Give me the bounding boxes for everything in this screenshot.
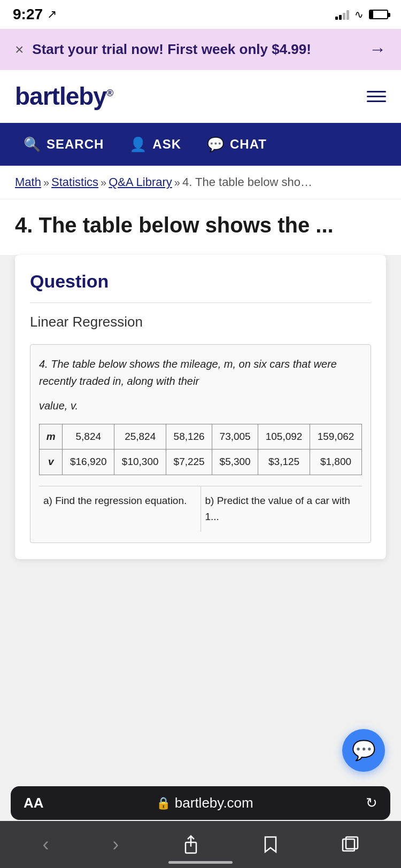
table-cell-m-header: m <box>40 424 63 449</box>
status-time: 9:27 <box>13 6 43 23</box>
nav-chat-button[interactable]: 💬 CHAT <box>194 123 280 166</box>
nav-arrow-icon: ↗ <box>47 7 57 21</box>
site-header: bartleby® <box>0 70 401 123</box>
forward-icon: › <box>112 833 119 856</box>
bookmarks-button[interactable] <box>263 835 278 854</box>
status-icons: ∿ <box>335 8 388 21</box>
wifi-icon: ∿ <box>354 8 364 21</box>
table-cell-m-6: 159,062 <box>310 424 362 449</box>
promo-banner[interactable]: × Start your trial now! First week only … <box>0 29 401 70</box>
question-parts: a) Find the regression equation. b) Pred… <box>39 486 362 532</box>
bookmarks-icon <box>263 835 278 854</box>
question-card: Question Linear Regression 4. The table … <box>15 255 386 559</box>
table-cell-m-1: 5,824 <box>63 424 114 449</box>
lock-icon: 🔒 <box>156 796 171 810</box>
hamburger-line <box>367 91 386 92</box>
logo-text: bartleby <box>15 82 106 110</box>
reload-button[interactable]: ↻ <box>366 795 377 811</box>
logo-sup: ® <box>106 88 113 98</box>
forward-button[interactable]: › <box>112 833 119 856</box>
breadcrumb-qa-library[interactable]: Q&A Library <box>109 175 172 189</box>
breadcrumb-sep-3: » <box>174 176 180 189</box>
browser-address-bar[interactable]: AA 🔒 bartleby.com ↻ <box>11 786 390 820</box>
promo-text: Start your trial now! First week only $4… <box>32 40 369 59</box>
tabs-icon <box>342 836 359 853</box>
hamburger-line <box>367 100 386 102</box>
back-button[interactable]: ‹ <box>42 833 49 856</box>
main-content: Math » Statistics » Q&A Library » 4. The… <box>0 166 401 682</box>
table-cell-v-3: $7,225 <box>166 449 212 475</box>
tabs-button[interactable] <box>342 836 359 853</box>
share-button[interactable] <box>182 835 199 854</box>
promo-close-button[interactable]: × <box>15 41 24 58</box>
hamburger-line <box>367 96 386 97</box>
chat-icon: 💬 <box>207 136 225 153</box>
promo-arrow-icon[interactable]: → <box>369 40 386 59</box>
share-icon <box>182 835 199 854</box>
table-cell-m-5: 105,092 <box>258 424 310 449</box>
site-logo[interactable]: bartleby® <box>15 82 113 111</box>
table-cell-m-2: 25,824 <box>114 424 166 449</box>
back-icon: ‹ <box>42 833 49 856</box>
breadcrumb-sep-1: » <box>43 176 49 189</box>
battery-icon <box>369 10 388 19</box>
question-label: Question <box>30 271 371 303</box>
question-part-a: a) Find the regression equation. <box>39 486 201 532</box>
table-cell-m-4: 73,005 <box>212 424 258 449</box>
nav-search-button[interactable]: 🔍 SEARCH <box>11 123 117 166</box>
chat-fab-icon: 💬 <box>352 739 376 762</box>
signal-icon <box>335 9 349 20</box>
status-bar: 9:27 ↗ ∿ <box>0 0 401 29</box>
question-header-text: 4. The table below shows the mileage, m,… <box>39 355 362 390</box>
breadcrumb: Math » Statistics » Q&A Library » 4. The… <box>0 166 401 199</box>
breadcrumb-current: 4. The table below sho… <box>182 175 312 189</box>
question-part-b: b) Predict the value of a car with 1... <box>201 486 363 532</box>
person-icon: 👤 <box>129 136 147 153</box>
table-cell-m-3: 58,126 <box>166 424 212 449</box>
home-indicator <box>168 861 233 864</box>
breadcrumb-sep-2: » <box>101 176 106 189</box>
breadcrumb-statistics[interactable]: Statistics <box>51 175 98 189</box>
font-size-button[interactable]: AA <box>24 795 44 811</box>
data-table: m 5,824 25,824 58,126 73,005 105,092 159… <box>39 424 362 475</box>
page-title-section: 4. The table below shows the ... <box>0 199 401 255</box>
chat-fab-button[interactable]: 💬 <box>342 729 385 772</box>
table-cell-v-header: v <box>40 449 63 475</box>
question-image: 4. The table below shows the mileage, m,… <box>30 344 371 543</box>
table-row: v $16,920 $10,300 $7,225 $5,300 $3,125 $… <box>40 449 362 475</box>
nav-chat-label: CHAT <box>230 137 267 152</box>
question-subtitle: Linear Regression <box>30 314 371 330</box>
nav-ask-button[interactable]: 👤 ASK <box>117 123 194 166</box>
question-value-label: value, v. <box>39 397 362 414</box>
table-cell-v-1: $16,920 <box>63 449 114 475</box>
nav-ask-label: ASK <box>152 137 181 152</box>
page-title: 4. The table below shows the ... <box>15 211 386 239</box>
table-cell-v-5: $3,125 <box>258 449 310 475</box>
nav-bar: 🔍 SEARCH 👤 ASK 💬 CHAT <box>0 123 401 166</box>
search-icon: 🔍 <box>24 136 41 153</box>
table-row: m 5,824 25,824 58,126 73,005 105,092 159… <box>40 424 362 449</box>
url-bar[interactable]: 🔒 bartleby.com <box>156 795 253 811</box>
nav-search-label: SEARCH <box>47 137 104 152</box>
table-cell-v-4: $5,300 <box>212 449 258 475</box>
breadcrumb-math[interactable]: Math <box>15 175 41 189</box>
table-cell-v-6: $1,800 <box>310 449 362 475</box>
hamburger-menu-button[interactable] <box>367 91 386 102</box>
table-cell-v-2: $10,300 <box>114 449 166 475</box>
url-text: bartleby.com <box>175 795 253 811</box>
